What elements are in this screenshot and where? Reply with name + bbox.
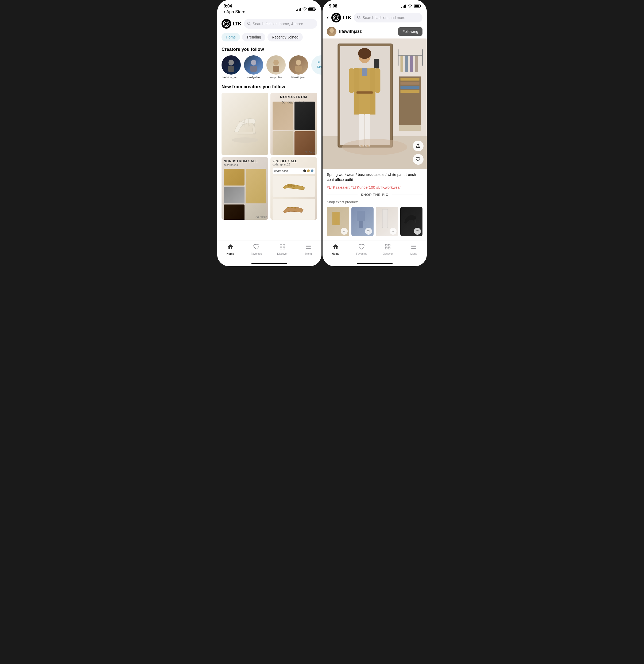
svg-rect-3 bbox=[228, 66, 234, 71]
post-overlay-sale: NORDSTROM SALE bbox=[224, 159, 266, 163]
menu-icon-2 bbox=[410, 244, 417, 251]
nav-home[interactable]: Home bbox=[222, 244, 238, 255]
product-card-2[interactable]: ♡ bbox=[351, 207, 374, 236]
app-store-back[interactable]: ‹ App Store bbox=[224, 9, 245, 15]
svg-rect-9 bbox=[295, 66, 302, 71]
creator-name-1: fashion_jac... bbox=[221, 76, 241, 79]
app-header: LTK Search fashion, home, & more bbox=[217, 17, 321, 31]
like-button[interactable] bbox=[413, 154, 424, 165]
creator-avatar-4 bbox=[289, 55, 308, 75]
creator-name-4: lifewithjazz bbox=[289, 76, 308, 79]
svg-rect-64 bbox=[359, 221, 363, 228]
nav-home-label: Home bbox=[227, 252, 234, 255]
creator-name-3: aloprofile bbox=[266, 76, 286, 79]
ltk-text-2: LTK bbox=[343, 15, 351, 21]
nav-discover-label-2: Discover bbox=[382, 252, 393, 255]
svg-rect-69 bbox=[388, 247, 390, 249]
post-overlay-25off: 25% OFF SALE bbox=[273, 159, 315, 163]
bottom-nav-2: Home Favorites Discover Menu bbox=[323, 241, 427, 263]
ltk-logo-2[interactable]: LTK bbox=[331, 13, 351, 22]
post-hashtags[interactable]: #LTKsalealert #LTKunder100 #LTKworkwear bbox=[327, 185, 423, 189]
discover-icon-2 bbox=[385, 244, 391, 251]
home-indicator bbox=[252, 263, 287, 264]
back-chevron-icon-2: ‹ bbox=[327, 14, 329, 21]
svg-rect-44 bbox=[415, 56, 418, 72]
svg-rect-71 bbox=[411, 247, 416, 247]
nav-favorites-2[interactable]: Favorites bbox=[353, 244, 369, 255]
post-brand-3: Alo Profile bbox=[256, 215, 267, 218]
svg-rect-41 bbox=[400, 56, 403, 72]
svg-rect-25 bbox=[280, 247, 282, 249]
post-detail-image bbox=[323, 39, 427, 169]
post-scroll: Spring workwear / business casual / whit… bbox=[323, 169, 427, 241]
product-heart-1[interactable]: ♡ bbox=[341, 228, 348, 235]
nav-discover[interactable]: Discover bbox=[275, 244, 291, 255]
svg-rect-72 bbox=[411, 248, 416, 249]
creator-item[interactable]: fashion_jac... bbox=[221, 55, 241, 79]
svg-rect-39 bbox=[422, 49, 423, 66]
tab-trending[interactable]: Trending bbox=[242, 33, 265, 41]
svg-rect-61 bbox=[399, 125, 421, 131]
search-icon-2 bbox=[357, 16, 361, 20]
battery-icon-2 bbox=[414, 4, 420, 8]
post-card-1[interactable] bbox=[221, 93, 268, 155]
post-card-3[interactable]: NORDSTROM SALE accessories Al bbox=[221, 157, 268, 220]
product-card-4[interactable]: ♡ bbox=[400, 207, 423, 236]
search-placeholder-2: Search fashion, and more bbox=[362, 16, 405, 20]
creator-item[interactable]: lifewithjazz bbox=[289, 55, 308, 79]
nav-menu-2[interactable]: Menu bbox=[406, 244, 422, 255]
back-label: App Store bbox=[226, 9, 245, 15]
ltk-logo-icon bbox=[221, 19, 231, 28]
svg-rect-33 bbox=[329, 33, 335, 36]
search-bar[interactable]: Search fashion, home, & more bbox=[244, 19, 317, 28]
post-card-4[interactable]: 25% OFF SALE code: spring25 chain slide bbox=[271, 157, 317, 220]
product-heart-2[interactable]: ♡ bbox=[365, 228, 372, 235]
status-icons bbox=[296, 7, 315, 11]
status-bar: 9:04 ‹ App Store bbox=[217, 0, 321, 17]
nav-menu[interactable]: Menu bbox=[300, 244, 316, 255]
status-time: 9:04 bbox=[224, 4, 245, 8]
discover-icon bbox=[279, 244, 286, 251]
home-icon bbox=[227, 244, 234, 251]
svg-rect-22 bbox=[294, 207, 296, 208]
battery-icon bbox=[308, 7, 315, 11]
screen-home: 9:04 ‹ App Store bbox=[217, 0, 321, 266]
svg-point-19 bbox=[293, 184, 295, 187]
tab-recently-joined[interactable]: Recently Joined bbox=[267, 33, 303, 41]
search-icon bbox=[247, 22, 251, 26]
svg-rect-26 bbox=[283, 247, 285, 249]
product-heart-3[interactable]: ♡ bbox=[390, 228, 396, 235]
svg-point-32 bbox=[329, 28, 334, 33]
svg-rect-40 bbox=[398, 49, 399, 66]
post-image-2: NORDSTROM Sandals on Sale Alo Profile bbox=[271, 93, 317, 155]
find-more-item[interactable]: Find More bbox=[311, 55, 321, 75]
post-card-2[interactable]: NORDSTROM Sandals on Sale Alo Profile bbox=[271, 93, 317, 155]
svg-rect-68 bbox=[385, 247, 387, 249]
tab-home[interactable]: Home bbox=[221, 33, 240, 41]
find-more-button[interactable]: Find More bbox=[311, 55, 321, 75]
post-brand-2: Alo Profile bbox=[305, 151, 316, 153]
home-indicator-2 bbox=[357, 263, 392, 264]
search-placeholder: Search fashion, home, & more bbox=[253, 22, 303, 26]
ltk-logo[interactable]: LTK bbox=[221, 19, 241, 28]
nav-favorites[interactable]: Favorites bbox=[248, 244, 264, 255]
creator-item[interactable]: brooklynblo... bbox=[244, 55, 263, 79]
back-button[interactable]: ‹ bbox=[327, 14, 329, 21]
product-card-3[interactable]: ♡ bbox=[376, 207, 398, 236]
product-card-1[interactable]: ♡ bbox=[327, 207, 349, 236]
svg-rect-48 bbox=[357, 91, 373, 94]
shop-the-pic-label: SHOP THE PIC bbox=[361, 193, 389, 197]
nav-discover-2[interactable]: Discover bbox=[380, 244, 396, 255]
posts-grid: NORDSTROM Sandals on Sale Alo Profile bbox=[221, 93, 317, 220]
share-button[interactable] bbox=[413, 141, 424, 151]
creator-item[interactable]: aloprofile bbox=[266, 55, 286, 79]
svg-line-1 bbox=[250, 24, 251, 25]
svg-rect-65 bbox=[382, 209, 388, 228]
svg-rect-23 bbox=[280, 244, 282, 246]
search-bar-2[interactable]: Search fashion, and more bbox=[354, 13, 423, 22]
wifi-icon bbox=[302, 7, 307, 11]
following-button[interactable]: Following bbox=[398, 27, 423, 36]
product-heart-4[interactable]: ♡ bbox=[414, 228, 421, 235]
creator-avatar-3 bbox=[266, 55, 286, 75]
nav-home-2[interactable]: Home bbox=[328, 244, 344, 255]
